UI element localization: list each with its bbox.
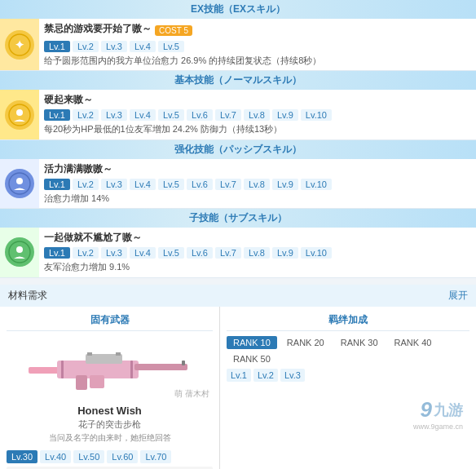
sub-skill-levels: Lv.1 Lv.2 Lv.3 Lv.4 Lv.5 Lv.6 Lv.7 Lv.8 … [44,247,471,259]
ex-skill-level-1[interactable]: Lv.1 [44,41,70,52]
ex-skill-desc: 给予圆形范围内的我方单位治愈力 26.9% 的持续团复状态（持续8秒） [44,55,471,67]
weapon-stats: 攻击力+237，HP+1802，治愈力+917 [7,467,213,469]
passive-skill-level-9[interactable]: Lv.9 [272,179,298,190]
normal-skill-header: 基本技能（ノーマルスキル） [0,71,476,90]
bonus-section-header: 羁绊加成 [227,313,469,331]
passive-skill-row: 活力满满嗷嗷～ Lv.1 Lv.2 Lv.3 Lv.4 Lv.5 Lv.6 Lv… [0,159,476,209]
logo-area: 9 九游 www.9game.cn [227,382,469,447]
weapon-level-70[interactable]: Lv.70 [140,450,171,463]
normal-skill-level-1[interactable]: Lv.1 [44,109,70,121]
svg-rect-16 [61,361,64,378]
normal-skill-level-8[interactable]: Lv.8 [244,109,270,121]
ex-skill-level-2[interactable]: Lv.2 [73,41,99,52]
sub-skill-svg [8,241,31,263]
ex-skill-row: ✦ 禁忌的游戏要开始了嗷～ COST 5 Lv.1 Lv.2 Lv.3 Lv.4… [0,19,476,71]
sub-skill-level-4[interactable]: Lv.4 [130,247,156,259]
normal-skill-svg [8,104,31,126]
watermark: 萌 蒨木村 [174,388,209,400]
ex-skill-level-5[interactable]: Lv.5 [158,41,184,52]
sub-skill-desc: 友军治愈力增加 9.1% [44,261,471,273]
sub-skill-level-7[interactable]: Lv.7 [215,247,241,259]
weapon-level-40[interactable]: Lv.40 [40,450,71,463]
weapon-type: 花子的突击步枪 [7,418,213,431]
sub-skill-level-1[interactable]: Lv.1 [44,247,70,259]
logo-url: www.9game.cn [413,423,469,431]
passive-skill-levels: Lv.1 Lv.2 Lv.3 Lv.4 Lv.5 Lv.6 Lv.7 Lv.8 … [44,179,471,190]
normal-skill-section: 基本技能（ノーマルスキル） 硬起来嗷～ Lv.1 Lv.2 Lv.3 Lv.4 … [0,71,476,139]
passive-skill-level-2[interactable]: Lv.2 [73,179,99,190]
sub-skill-content: 一起做就不尴尬了嗷～ Lv.1 Lv.2 Lv.3 Lv.4 Lv.5 Lv.6… [39,228,476,277]
weapon-section: 固有武器 [0,307,220,469]
normal-skill-level-2[interactable]: Lv.2 [73,109,99,121]
sub-skill-level-9[interactable]: Lv.9 [272,247,298,259]
normal-skill-level-10[interactable]: Lv.10 [301,109,332,121]
logo-yougame: 九游 [434,400,463,420]
materials-title: 材料需求 [8,289,47,303]
svg-point-5 [16,178,23,184]
normal-skill-content: 硬起来嗷～ Lv.1 Lv.2 Lv.3 Lv.4 Lv.5 Lv.6 Lv.7… [39,90,476,139]
passive-skill-level-10[interactable]: Lv.10 [301,179,332,190]
normal-skill-level-5[interactable]: Lv.5 [158,109,184,121]
ex-skill-section: EX技能（EXスキル） ✦ 禁忌的游戏要开始了嗷～ COST 5 Lv.1 Lv… [0,0,476,71]
sub-skill-level-10[interactable]: Lv.10 [301,247,332,259]
weapon-level-50[interactable]: Lv.50 [73,450,104,463]
sub-skill-level-6[interactable]: Lv.6 [187,247,213,259]
normal-skill-level-4[interactable]: Lv.4 [130,109,156,121]
sub-skill-level-3[interactable]: Lv.3 [101,247,127,259]
weapon-desc: 当问及名字的由来时，她拒绝回答 [7,432,213,444]
ex-skill-icon-container: ✦ [0,19,39,70]
rank-30-button[interactable]: RANK 30 [334,336,385,349]
ex-skill-level-3[interactable]: Lv.3 [101,41,127,52]
sub-skill-row: 一起做就不尴尬了嗷～ Lv.1 Lv.2 Lv.3 Lv.4 Lv.5 Lv.6… [0,228,476,277]
passive-skill-level-3[interactable]: Lv.3 [101,179,127,190]
normal-skill-desc: 每20秒为HP最低的1位友军增加 24.2% 防御力（持续13秒） [44,123,471,135]
bonus-level-1[interactable]: Lv.1 [227,369,251,382]
normal-skill-name: 硬起来嗷～ [44,93,471,107]
passive-skill-level-1[interactable]: Lv.1 [44,179,70,190]
sub-skill-name: 一起做就不尴尬了嗷～ [44,231,471,245]
weapon-image [29,344,192,393]
rank-40-button[interactable]: RANK 40 [388,336,439,349]
weapon-section-header: 固有武器 [7,313,213,331]
normal-skill-level-9[interactable]: Lv.9 [272,109,298,121]
ex-skill-icon: ✦ [5,30,34,60]
bonus-level-3[interactable]: Lv.3 [280,369,305,382]
ex-skill-level-4[interactable]: Lv.4 [130,41,156,52]
ex-skill-levels: Lv.1 Lv.2 Lv.3 Lv.4 Lv.5 [44,41,471,52]
rank-10-button[interactable]: RANK 10 [227,336,277,349]
rank-50-button[interactable]: RANK 50 [227,352,277,365]
passive-skill-name: 活力满满嗷嗷～ [44,162,471,176]
materials-content: 固有武器 [0,307,476,469]
sub-skill-level-2[interactable]: Lv.2 [73,247,99,259]
passive-skill-level-7[interactable]: Lv.7 [215,179,241,190]
materials-header: 材料需求 展开 [0,285,476,307]
sub-skill-icon [5,237,34,267]
expand-label[interactable]: 展开 [448,289,468,303]
rank-20-button[interactable]: RANK 20 [280,336,331,349]
svg-rect-18 [182,361,185,365]
normal-skill-icon-container [0,90,39,139]
ex-skill-cost: COST 5 [155,25,192,36]
ex-skill-svg: ✦ [8,33,31,56]
weapon-name: Honest Wish [7,405,213,417]
passive-skill-level-8[interactable]: Lv.8 [244,179,270,190]
passive-skill-level-4[interactable]: Lv.4 [130,179,156,190]
normal-skill-row: 硬起来嗷～ Lv.1 Lv.2 Lv.3 Lv.4 Lv.5 Lv.6 Lv.7… [0,90,476,139]
passive-skill-icon [5,169,34,198]
rank-buttons: RANK 10 RANK 20 RANK 30 RANK 40 RANK 50 [227,336,469,365]
passive-skill-desc: 治愈力增加 14% [44,192,471,205]
normal-skill-level-6[interactable]: Lv.6 [187,109,213,121]
normal-skill-levels: Lv.1 Lv.2 Lv.3 Lv.4 Lv.5 Lv.6 Lv.7 Lv.8 … [44,109,471,121]
normal-skill-level-7[interactable]: Lv.7 [215,109,241,121]
passive-skill-level-5[interactable]: Lv.5 [158,179,184,190]
passive-skill-content: 活力满满嗷嗷～ Lv.1 Lv.2 Lv.3 Lv.4 Lv.5 Lv.6 Lv… [39,159,476,208]
weapon-level-30[interactable]: Lv.30 [7,450,37,463]
sub-skill-level-5[interactable]: Lv.5 [158,247,184,259]
normal-skill-level-3[interactable]: Lv.3 [101,109,127,121]
bonus-level-2[interactable]: Lv.2 [253,369,278,382]
weapon-image-area: 萌 蒨木村 [7,336,213,401]
sub-skill-level-8[interactable]: Lv.8 [244,247,270,259]
passive-skill-level-6[interactable]: Lv.6 [187,179,213,190]
weapon-level-60[interactable]: Lv.60 [107,450,138,463]
sub-skill-header: 子技能（サブスキル） [0,209,476,228]
